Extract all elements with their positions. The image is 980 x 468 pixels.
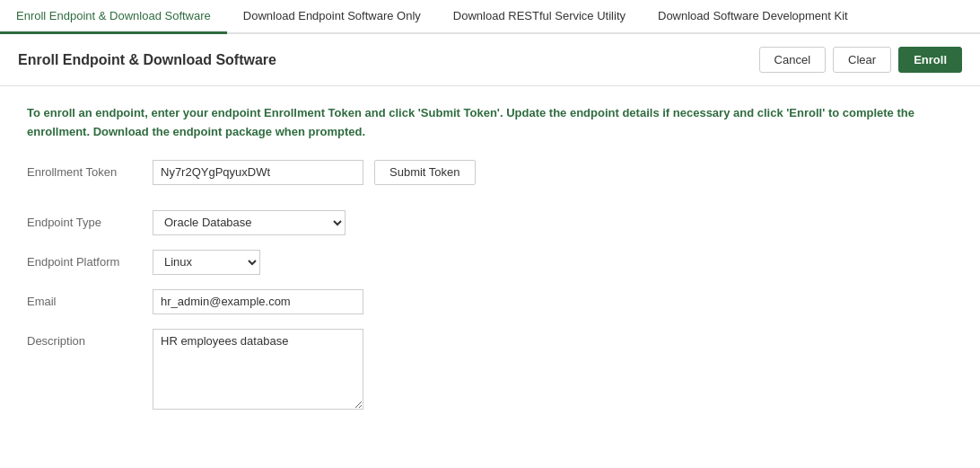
enrollment-token-row: Enrollment Token Submit Token bbox=[27, 160, 953, 185]
email-label: Email bbox=[27, 289, 153, 308]
tab-enroll[interactable]: Enroll Endpoint & Download Software bbox=[0, 0, 227, 34]
header-buttons: Cancel Clear Enroll bbox=[759, 47, 962, 73]
enrollment-token-input[interactable] bbox=[153, 160, 363, 185]
enroll-button[interactable]: Enroll bbox=[898, 47, 962, 73]
endpoint-type-label: Endpoint Type bbox=[27, 210, 153, 229]
description-row: Description HR employees database bbox=[27, 329, 953, 410]
tab-bar: Enroll Endpoint & Download Software Down… bbox=[0, 0, 980, 34]
enrollment-token-label: Enrollment Token bbox=[27, 160, 153, 179]
email-field bbox=[153, 289, 363, 314]
endpoint-type-row: Endpoint Type Oracle Database MySQL SQL … bbox=[27, 210, 953, 235]
page-header: Enroll Endpoint & Download Software Canc… bbox=[0, 34, 980, 86]
tab-sdk[interactable]: Download Software Development Kit bbox=[642, 0, 864, 34]
enrollment-token-field: Submit Token bbox=[153, 160, 476, 185]
form-content: To enroll an endpoint, enter your endpoi… bbox=[0, 86, 980, 442]
description-field: HR employees database bbox=[153, 329, 363, 410]
instruction-text: To enroll an endpoint, enter your endpoi… bbox=[27, 104, 953, 142]
endpoint-type-field: Oracle Database MySQL SQL Server Postgre… bbox=[153, 210, 346, 235]
cancel-button[interactable]: Cancel bbox=[759, 47, 826, 73]
endpoint-type-select[interactable]: Oracle Database MySQL SQL Server Postgre… bbox=[153, 210, 346, 235]
email-row: Email bbox=[27, 289, 953, 314]
endpoint-platform-select[interactable]: Linux Windows macOS bbox=[153, 250, 260, 275]
endpoint-platform-field: Linux Windows macOS bbox=[153, 250, 260, 275]
tab-download-only[interactable]: Download Endpoint Software Only bbox=[227, 0, 437, 34]
clear-button[interactable]: Clear bbox=[833, 47, 891, 73]
endpoint-platform-label: Endpoint Platform bbox=[27, 250, 153, 269]
submit-token-button[interactable]: Submit Token bbox=[374, 160, 476, 185]
endpoint-platform-row: Endpoint Platform Linux Windows macOS bbox=[27, 250, 953, 275]
description-label: Description bbox=[27, 329, 153, 348]
email-input[interactable] bbox=[153, 289, 363, 314]
page-title: Enroll Endpoint & Download Software bbox=[18, 52, 276, 68]
description-textarea[interactable]: HR employees database bbox=[153, 329, 363, 410]
tab-restful[interactable]: Download RESTful Service Utility bbox=[437, 0, 642, 34]
